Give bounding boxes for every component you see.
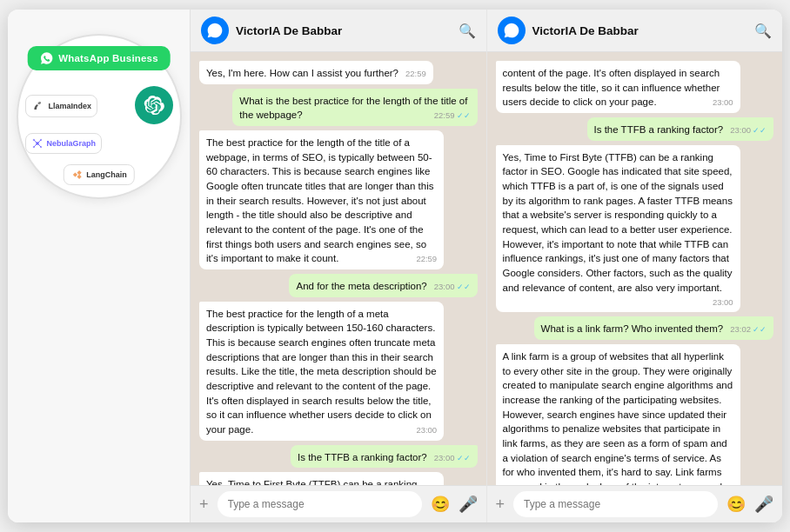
- llama-icon: [31, 99, 45, 113]
- svg-line-9: [33, 143, 37, 147]
- chat-panel-left: VictorIA De Babbar 🔍 Yes, I'm here. How …: [191, 10, 487, 522]
- chat-footer-right: + 😊 🎤: [487, 485, 783, 522]
- avatar-left: [201, 17, 229, 44]
- msg-text: The best practice for the length of the …: [206, 137, 433, 263]
- msg-right-1: content of the page. It's often displaye…: [496, 61, 740, 113]
- svg-point-1: [38, 102, 41, 104]
- msg-left-3: The best practice for the length of the …: [199, 130, 444, 269]
- msg-text: Is the TTFB a ranking factor?: [298, 452, 427, 462]
- chat-input-left[interactable]: [218, 491, 422, 517]
- svg-line-7: [33, 140, 37, 143]
- msg-left-5: The best practice for the length of a me…: [199, 302, 444, 441]
- msg-time: 23:00: [713, 296, 733, 309]
- chatgpt-icon: [144, 95, 164, 116]
- mic-icon-left[interactable]: 🎤: [459, 495, 478, 514]
- msg-text: Is the TTFB a ranking factor?: [594, 124, 724, 135]
- emoji-icon-right[interactable]: 😊: [726, 495, 746, 514]
- whatsapp-label: WhatsApp Business: [58, 53, 158, 63]
- langchain-label: LangChain: [86, 170, 127, 179]
- msg-text: Yes, Time to First Byte (TTFB) can be a …: [503, 152, 733, 293]
- msg-right-3: Yes, Time to First Byte (TTFB) can be a …: [496, 145, 740, 312]
- msg-time: 22:59✓✓: [434, 110, 471, 122]
- chat-messages-right: content of the page. It's often displaye…: [487, 52, 783, 485]
- msg-text: The best practice for the length of a me…: [206, 309, 437, 435]
- avatar-right: [498, 17, 526, 44]
- langchain-icon: [70, 169, 83, 181]
- chat-messages-left: Yes, I'm here. How can I assist you furt…: [191, 52, 486, 485]
- msg-time: 22:59: [405, 68, 426, 80]
- msg-text: content of the page. It's often displaye…: [503, 68, 720, 107]
- whatsapp-icon: [39, 51, 53, 65]
- sidebar-item-chatgpt[interactable]: [135, 86, 173, 124]
- sidebar-item-whatsapp[interactable]: WhatsApp Business: [27, 46, 171, 70]
- svg-line-10: [37, 143, 41, 147]
- msg-time: 23:00✓✓: [730, 124, 767, 136]
- msg-right-2: Is the TTFB a ranking factor? 23:00✓✓: [587, 117, 774, 141]
- nebula-icon: [31, 137, 44, 150]
- chat-header-left: VictorIA De Babbar 🔍: [191, 10, 486, 52]
- msg-time: 23:00✓✓: [434, 452, 471, 464]
- chat-input-right[interactable]: [513, 491, 718, 517]
- msg-left-6: Is the TTFB a ranking factor? 23:00✓✓: [291, 445, 478, 469]
- msg-time: 23:00✓✓: [434, 281, 471, 293]
- chat-panel-right: VictorIA De Babbar 🔍 content of the page…: [487, 10, 783, 522]
- nebula-label: NebulaGraph: [47, 139, 97, 148]
- sidebar-item-llama[interactable]: LlamaIndex: [25, 95, 98, 117]
- msg-right-5: A link farm is a group of websites that …: [496, 344, 740, 485]
- msg-left-2: What is the best practice for the length…: [232, 89, 477, 126]
- chat-avatar-icon-left: [206, 22, 224, 39]
- msg-text: What is a link farm? Who invented them?: [541, 323, 724, 334]
- msg-text: Yes, I'm here. How can I assist you furt…: [206, 68, 398, 78]
- msg-time: 23:00: [713, 96, 733, 109]
- search-icon-right[interactable]: 🔍: [754, 23, 772, 39]
- msg-text: A link farm is a group of websites that …: [503, 351, 733, 485]
- msg-left-4: And for the meta description? 23:00✓✓: [289, 274, 477, 297]
- chat-name-left: VictorIA De Babbar: [236, 24, 452, 37]
- svg-line-8: [37, 140, 41, 143]
- svg-rect-0: [31, 99, 45, 113]
- logo-circle-group: WhatsApp Business LlamaIndex: [17, 34, 182, 199]
- sidebar-item-langchain[interactable]: LangChain: [63, 164, 135, 185]
- msg-text: And for the meta description?: [296, 281, 426, 291]
- msg-time: 22:59: [416, 253, 437, 265]
- msg-left-7: Yes, Time to First Byte (TTFB) can be a …: [199, 472, 444, 485]
- msg-left-1: Yes, I'm here. How can I assist you furt…: [199, 61, 433, 84]
- msg-right-4: What is a link farm? Who invented them? …: [534, 316, 773, 340]
- add-icon-left[interactable]: +: [199, 495, 209, 514]
- sidebar: WhatsApp Business LlamaIndex: [8, 10, 191, 522]
- chat-footer-left: + 😊 🎤: [191, 485, 486, 522]
- app-container: WhatsApp Business LlamaIndex: [8, 10, 782, 522]
- add-icon-right[interactable]: +: [496, 495, 505, 514]
- emoji-icon-left[interactable]: 😊: [431, 495, 450, 514]
- sidebar-item-nebula[interactable]: NebulaGraph: [25, 133, 103, 154]
- msg-time: 23:00: [416, 424, 437, 436]
- msg-text: Yes, Time to First Byte (TTFB) can be a …: [206, 479, 436, 485]
- main-content: VictorIA De Babbar 🔍 Yes, I'm here. How …: [191, 10, 782, 522]
- mic-icon-right[interactable]: 🎤: [754, 495, 773, 514]
- chat-header-right: VictorIA De Babbar 🔍: [487, 10, 783, 52]
- msg-time: 23:02✓✓: [730, 323, 767, 336]
- llama-label: LlamaIndex: [49, 102, 92, 110]
- chat-name-right: VictorIA De Babbar: [532, 24, 748, 37]
- search-icon-left[interactable]: 🔍: [459, 23, 476, 39]
- chat-avatar-icon-right: [503, 22, 520, 39]
